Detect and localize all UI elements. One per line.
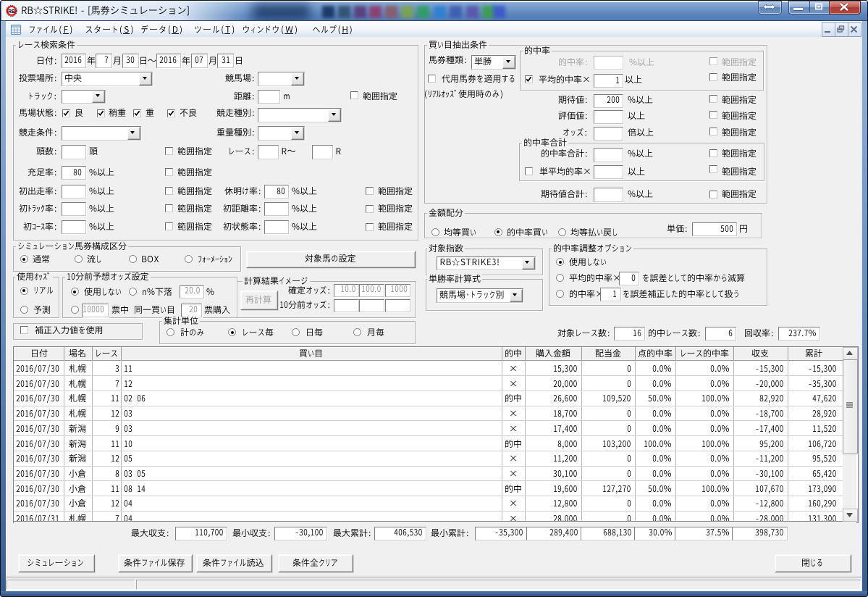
svg-text:RB: RB xyxy=(8,9,15,14)
